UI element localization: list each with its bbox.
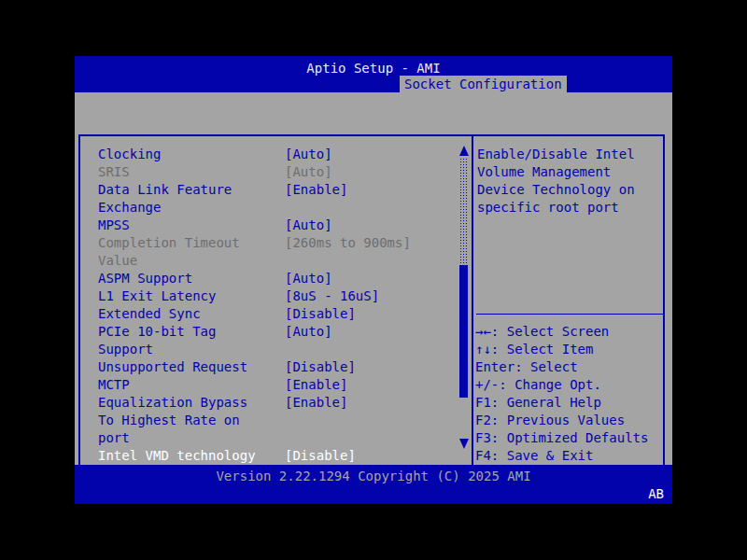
setting-row[interactable]: SRIS [Auto] bbox=[98, 163, 464, 181]
setting-label: L1 Exit Latency bbox=[98, 287, 285, 305]
main-panel: Clocking [Auto] SRIS [Auto] Data Link Fe… bbox=[75, 92, 672, 465]
setting-value: [260ms to 900ms] bbox=[285, 234, 411, 252]
pane-divider bbox=[472, 134, 473, 488]
tab-socket-configuration[interactable]: Socket Configuration bbox=[400, 76, 567, 92]
setting-row[interactable]: MCTP [Enable] bbox=[98, 376, 464, 394]
setting-label: Extended Sync bbox=[98, 305, 285, 323]
legend-select-item: ↑↓: Select Item bbox=[475, 341, 662, 358]
setting-value: [Enable] bbox=[285, 394, 347, 412]
setting-row[interactable]: Unsupported Request [Disable] bbox=[98, 358, 464, 376]
setting-value: [Auto] bbox=[285, 217, 332, 234]
setting-row[interactable]: L1 Exit Latency [8uS - 16uS] bbox=[98, 287, 464, 305]
scrollbar-thumb[interactable] bbox=[459, 265, 468, 398]
setting-label: Unsupported Request bbox=[98, 358, 285, 376]
setup-window: Aptio Setup - AMI Socket Configuration C… bbox=[75, 56, 672, 504]
settings-list: Clocking [Auto] SRIS [Auto] Data Link Fe… bbox=[98, 146, 464, 465]
setting-value: [Auto] bbox=[285, 163, 332, 181]
setting-value: [Auto] bbox=[285, 323, 332, 341]
setting-row[interactable]: MPSS [Auto] bbox=[98, 217, 464, 234]
setting-value: [Disable] bbox=[285, 447, 356, 465]
scrollbar[interactable] bbox=[458, 146, 469, 461]
setting-label: MCTP bbox=[98, 376, 285, 394]
setting-label: SRIS bbox=[98, 163, 285, 181]
setting-row[interactable]: ASPM Support [Auto] bbox=[98, 270, 464, 287]
legend-select-screen: →←: Select Screen bbox=[475, 323, 662, 341]
scroll-up-icon[interactable] bbox=[459, 146, 469, 156]
setting-value: [Disable] bbox=[285, 305, 356, 323]
setting-value: [8uS - 16uS] bbox=[285, 287, 379, 305]
setting-value: [Auto] bbox=[285, 146, 332, 163]
legend-f2-previous: F2: Previous Values bbox=[475, 412, 662, 429]
setting-row-selected[interactable]: Intel VMD technology [Disable] bbox=[98, 447, 464, 465]
setting-row[interactable]: Extended Sync [Disable] bbox=[98, 305, 464, 323]
setting-label: Intel VMD technology bbox=[98, 447, 285, 465]
setting-row[interactable]: Data Link Feature Exchange [Enable] bbox=[98, 181, 464, 217]
help-separator bbox=[476, 314, 663, 315]
corner-code: AB bbox=[648, 486, 664, 501]
setting-label: PCIe 10-bit Tag Support bbox=[98, 323, 285, 358]
setting-value: [Auto] bbox=[285, 270, 332, 287]
setting-label: Data Link Feature Exchange bbox=[98, 181, 285, 217]
setting-label: Equalization Bypass To Highest Rate on p… bbox=[98, 394, 285, 447]
footer-bar: Version 2.22.1294 Copyright (C) 2025 AMI… bbox=[75, 465, 672, 504]
setting-label: MPSS bbox=[98, 217, 285, 234]
scrollbar-track-empty bbox=[459, 398, 468, 439]
setting-row[interactable]: Equalization Bypass To Highest Rate on p… bbox=[98, 394, 464, 447]
bios-screen: Aptio Setup - AMI Socket Configuration C… bbox=[0, 0, 747, 560]
setting-row[interactable]: Completion Timeout Value [260ms to 900ms… bbox=[98, 234, 464, 270]
scrollbar-track[interactable] bbox=[459, 158, 468, 265]
legend-f1-help: F1: General Help bbox=[475, 394, 662, 412]
setting-row[interactable]: Clocking [Auto] bbox=[98, 146, 464, 163]
key-legend: →←: Select Screen ↑↓: Select Item Enter:… bbox=[475, 323, 662, 483]
legend-f4-save-exit: F4: Save & Exit bbox=[475, 447, 662, 465]
help-text: Enable/Disable Intel Volume Management D… bbox=[477, 146, 660, 217]
legend-enter-select: Enter: Select bbox=[475, 358, 662, 376]
setting-label: Clocking bbox=[98, 146, 285, 163]
setting-label: ASPM Support bbox=[98, 270, 285, 287]
setting-row[interactable]: PCIe 10-bit Tag Support [Auto] bbox=[98, 323, 464, 358]
version-text: Version 2.22.1294 Copyright (C) 2025 AMI bbox=[75, 469, 672, 483]
setting-value: [Disable] bbox=[285, 358, 356, 376]
setting-label: Completion Timeout Value bbox=[98, 234, 285, 270]
setting-value: [Enable] bbox=[285, 376, 347, 394]
setting-value: [Enable] bbox=[285, 181, 347, 199]
legend-change-opt: +/-: Change Opt. bbox=[475, 376, 662, 394]
legend-f3-defaults: F3: Optimized Defaults bbox=[475, 429, 662, 447]
title-bar: Aptio Setup - AMI Socket Configuration bbox=[75, 56, 672, 92]
scroll-down-icon[interactable] bbox=[459, 439, 469, 449]
page-title: Aptio Setup - AMI bbox=[75, 61, 672, 76]
